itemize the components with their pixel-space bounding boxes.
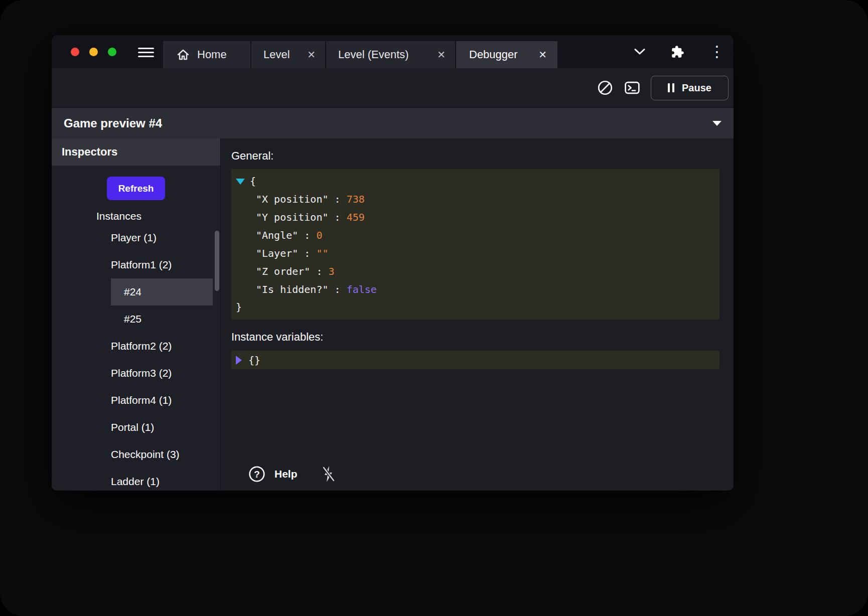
tab-bar: Home Level ✕ Level (Events) ✕ Debugger ✕: [52, 35, 734, 68]
puzzle-piece-icon: [671, 45, 684, 59]
traffic-light-close[interactable]: [71, 48, 79, 56]
tab-debugger[interactable]: Debugger ✕: [456, 41, 557, 68]
instance-label: Player (1): [111, 232, 157, 244]
tab-label: Debugger: [469, 48, 518, 61]
instance-variables-label: Instance variables:: [231, 331, 719, 344]
inspector-footer: ? Help: [231, 464, 719, 485]
help-circle-icon: ?: [248, 465, 266, 483]
console-icon: [624, 79, 641, 96]
tab-label: Level: [263, 48, 290, 61]
json-key: "Z order": [256, 265, 310, 277]
tab-level[interactable]: Level ✕: [251, 41, 325, 68]
console-button[interactable]: [624, 79, 641, 96]
help-button-label: Help: [274, 468, 298, 480]
inspector-detail: General: { "X position" : 738 "Y positio…: [221, 138, 734, 491]
overflow-menu-button[interactable]: ⋮: [709, 44, 725, 59]
json-property-row: "Is hidden?" : false: [236, 280, 713, 298]
json-value[interactable]: 459: [347, 211, 365, 223]
json-colon: :: [329, 211, 347, 223]
json-key: "Y position": [256, 211, 329, 223]
chevron-down-icon: [712, 121, 721, 126]
json-close-row: }: [236, 298, 713, 316]
variables-json-view: {}: [231, 351, 719, 369]
inspectors-panel: Inspectors Refresh Instances Player (1) …: [52, 138, 221, 491]
instance-label: Platform2 (2): [111, 340, 172, 352]
performance-profiler-button[interactable]: [597, 79, 614, 96]
instance-label: Checkpoint (3): [111, 448, 180, 460]
instance-tree-item[interactable]: Checkpoint (3): [52, 441, 220, 468]
instance-tree-item[interactable]: Portal (1): [52, 414, 220, 441]
json-entries: "X position" : 738 "Y position" : 459 "A…: [236, 190, 713, 298]
pause-icon: [668, 83, 674, 92]
collapsed-object: {}: [248, 354, 260, 366]
tab-label: Level (Events): [338, 48, 409, 61]
game-preview-selector[interactable]: Game preview #4: [52, 107, 734, 138]
instance-tree: Player (1) Platform1 (2) #24 #25: [52, 224, 220, 491]
home-icon: [177, 49, 190, 61]
json-key: "X position": [256, 193, 329, 205]
main-menu-button[interactable]: [138, 48, 154, 57]
traffic-light-minimize[interactable]: [89, 48, 98, 56]
instance-tree-item[interactable]: Player (1): [52, 224, 220, 251]
refresh-button[interactable]: Refresh: [107, 177, 165, 200]
instances-tree-root[interactable]: Instances: [52, 210, 220, 222]
debugger-content: Inspectors Refresh Instances Player (1) …: [52, 138, 734, 491]
instance-tree-item[interactable]: Platform3 (2): [52, 360, 220, 387]
pause-button-label: Pause: [682, 82, 711, 94]
collapse-triangle-icon[interactable]: [236, 179, 245, 185]
general-section-label: General:: [231, 149, 719, 163]
inspectors-header: Inspectors: [52, 138, 220, 166]
traffic-lights: [71, 48, 116, 56]
instance-tree-item[interactable]: Platform4 (1): [52, 387, 220, 414]
json-value[interactable]: "": [316, 247, 328, 259]
close-tab-icon[interactable]: ✕: [538, 49, 547, 61]
instance-label: Portal (1): [111, 421, 154, 433]
instance-label: Platform1 (2): [111, 259, 172, 271]
tab-level-events[interactable]: Level (Events) ✕: [326, 41, 455, 68]
close-brace: }: [236, 298, 242, 316]
json-key: "Angle": [256, 229, 298, 241]
close-tab-icon[interactable]: ✕: [437, 49, 446, 61]
app-window: Home Level ✕ Level (Events) ✕ Debugger ✕: [52, 35, 734, 491]
json-property-row: "Layer" : "": [236, 244, 713, 262]
json-colon: :: [298, 229, 316, 241]
gauge-slash-icon: [597, 79, 614, 96]
traffic-light-zoom[interactable]: [108, 48, 116, 56]
json-key: "Is hidden?": [256, 283, 329, 295]
instance-label: Platform4 (1): [111, 394, 172, 406]
json-open-row: {: [236, 173, 713, 190]
json-value[interactable]: 3: [329, 265, 335, 277]
extensions-button[interactable]: [671, 45, 684, 59]
instance-tree-item[interactable]: Platform1 (2): [52, 251, 220, 278]
tab-home[interactable]: Home: [163, 41, 250, 68]
json-property-row: "Z order" : 3: [236, 262, 713, 280]
instance-tree-item[interactable]: #24: [111, 278, 213, 305]
json-value[interactable]: false: [347, 283, 377, 295]
json-property-row: "X position" : 738: [236, 190, 713, 208]
instance-label: Platform3 (2): [111, 367, 172, 379]
tab-bar-actions: ⋮: [634, 35, 725, 68]
sidebar-scrollbar-thumb[interactable]: [215, 231, 219, 291]
pause-button[interactable]: Pause: [651, 76, 729, 100]
json-value[interactable]: 738: [347, 193, 365, 205]
instance-label: #25: [124, 313, 141, 325]
help-button[interactable]: ? Help: [248, 465, 298, 483]
editor-tabs: Home Level ✕ Level (Events) ✕ Debugger ✕: [163, 41, 557, 68]
flash-off-button[interactable]: [321, 465, 336, 483]
debugger-toolbar-actions: Pause: [597, 68, 729, 107]
json-colon: :: [329, 283, 347, 295]
svg-text:?: ?: [254, 469, 260, 480]
open-brace: {: [250, 173, 256, 190]
instance-label: Ladder (1): [111, 476, 160, 488]
close-tab-icon[interactable]: ✕: [307, 49, 316, 61]
vertical-dots-icon: ⋮: [709, 44, 725, 59]
instance-label: #24: [124, 286, 141, 298]
instance-tree-item[interactable]: #25: [111, 305, 213, 333]
json-value[interactable]: 0: [316, 229, 322, 241]
expand-triangle-icon[interactable]: [236, 356, 242, 365]
json-colon: :: [310, 265, 328, 277]
debugger-toolbar: Pause: [52, 68, 734, 107]
instance-tree-item[interactable]: Ladder (1): [52, 468, 220, 491]
tabs-overflow-chevron-button[interactable]: [634, 48, 646, 55]
instance-tree-item[interactable]: Platform2 (2): [52, 333, 220, 360]
